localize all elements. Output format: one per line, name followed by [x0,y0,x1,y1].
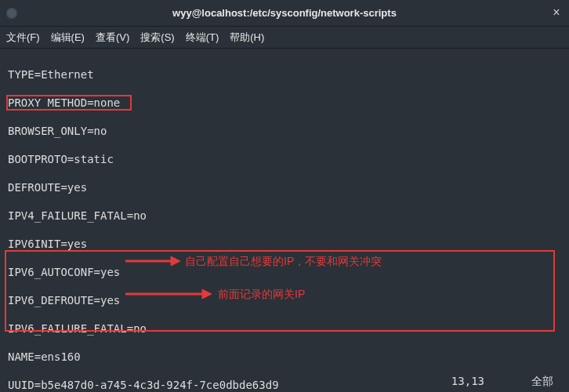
config-line: IPV6INIT=yes [8,237,561,251]
cursor-position: 13,13 [451,375,484,389]
config-line: IPV4_FAILURE_FATAL=no [8,209,561,223]
config-line: DEFROUTE=yes [8,180,561,194]
menu-terminal[interactable]: 终端(T) [186,31,219,45]
terminal-content[interactable]: TYPE=Ethernet PROXY_METHOD=none BROWSER_… [0,49,569,392]
close-icon[interactable]: × [550,7,563,20]
annotation-ip: 自己配置自己想要的IP，不要和网关冲突 [185,254,382,268]
config-line: BOOTPROTO=static [8,152,561,166]
vim-statusbar: 13,13 全部 [451,375,553,389]
config-line: TYPE=Ethernet [8,67,561,82]
svg-marker-1 [171,256,180,266]
svg-marker-3 [202,289,212,299]
arrow-icon [125,289,212,299]
config-line: PROXY_METHOD=none [8,96,561,110]
config-line: NAME=ens160 [8,350,561,364]
window-titlebar: wyy@localhost:/etc/sysconfig/network-scr… [0,0,569,27]
window-title: wyy@localhost:/etc/sysconfig/network-scr… [0,7,569,19]
menubar: 文件(F) 编辑(E) 查看(V) 搜索(S) 终端(T) 帮助(H) [0,27,569,49]
menu-edit[interactable]: 编辑(E) [51,31,85,45]
menu-view[interactable]: 查看(V) [96,31,129,45]
config-line: IPV6_FAILURE_FATAL=no [8,321,561,336]
file-position: 全部 [531,375,553,389]
menu-search[interactable]: 搜索(S) [140,31,174,45]
menu-file[interactable]: 文件(F) [6,31,40,45]
arrow-icon [125,256,180,267]
config-line: BROWSER_ONLY=no [8,124,561,138]
annotation-gateway: 前面记录的网关IP [218,287,305,301]
menu-help[interactable]: 帮助(H) [230,31,264,45]
window-menu-icon[interactable] [6,8,17,19]
